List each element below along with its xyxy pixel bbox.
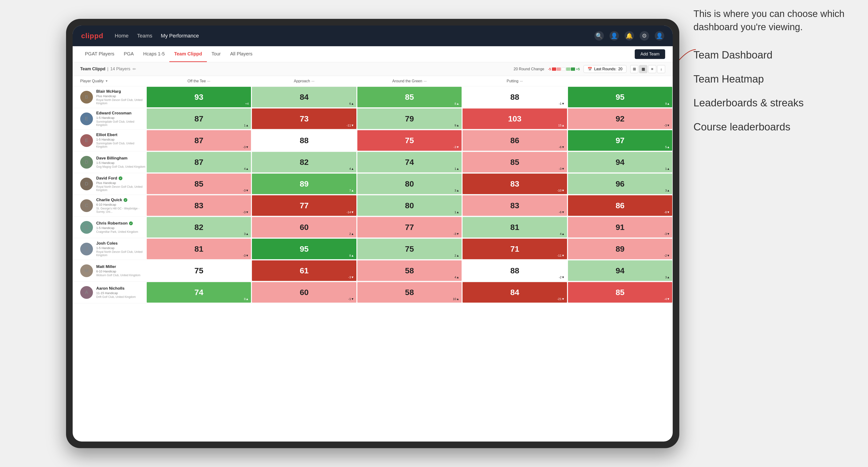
settings-icon[interactable]: ⚙ [640,31,649,40]
score-cell-8-4: 943▲ [567,260,673,281]
score-change: 4▲ [560,232,564,236]
score-cell-4-4: 963▲ [567,173,673,195]
score-change: 15▲ [558,124,564,127]
score-cell-3-0: 874▲ [146,151,251,173]
player-info-0[interactable]: BBlair McHargPlus HandicapRoyal North De… [80,89,146,105]
score-cell-9-0: 748▲ [146,282,251,303]
score-inner: 83-3▼ [147,195,251,216]
profile-icon[interactable]: 👤 [610,31,619,40]
player-info-9[interactable]: AAaron Nicholls11-15 HandicapDrift Golf … [80,286,146,299]
score-cell-1-2: 799▲ [357,108,462,129]
player-club: Royal North Devon Golf Club, United King… [96,185,146,192]
score-change: 4▲ [244,167,249,170]
score-value: 85 [194,179,203,188]
player-handicap: 6-10 Handicap [96,203,146,206]
score-cell-5-2: 801▲ [357,195,462,216]
score-change: 2▲ [455,254,459,257]
score-cell-1-0: 871▲ [146,108,251,129]
avatar: A [80,286,93,299]
nav-link-teams[interactable]: Teams [137,33,152,39]
player-info-5[interactable]: CCharlie Quick✓6-10 HandicapSt. George's… [80,198,146,214]
score-value: 87 [194,158,203,167]
score-cell-5-0: 83-3▼ [146,195,251,216]
col-header-putting[interactable]: Putting — [462,79,567,83]
score-value: 71 [510,244,519,253]
player-details: Matt Miller6-10 HandicapWoburn Golf Club… [96,264,140,277]
grid-view-button[interactable]: ⊞ [630,65,638,73]
player-info-4[interactable]: DDavid Ford✓Plus HandicapRoyal North Dev… [80,176,146,192]
score-change: 1▲ [244,124,249,127]
score-inner: 803▲ [357,174,462,194]
sub-nav-pga[interactable]: PGA [119,46,138,62]
search-icon[interactable]: 🔍 [594,31,604,40]
heatmap-pos: +5 [576,67,580,71]
score-change: -3▼ [664,124,670,127]
edit-team-icon[interactable]: ✏ [132,66,136,72]
team-bar: Team Clippd | 14 Players ✏ 20 Round Chan… [73,62,673,76]
sub-nav-pgat[interactable]: PGAT Players [80,46,119,62]
col-header-approach[interactable]: Approach — [251,79,356,83]
avatar: C [80,199,93,212]
last-rounds-button[interactable]: 📅 Last Rounds: 20 [584,65,626,73]
player-info-8[interactable]: MMatt Miller6-10 HandicapWoburn Golf Clu… [80,264,146,277]
player-details: David Ford✓Plus HandicapRoyal North Devo… [96,176,146,192]
score-inner: 5810▲ [357,282,462,303]
player-handicap: Plus Handicap [96,181,146,185]
player-club: Royal North Devon Golf Club, United King… [96,98,146,105]
score-change: -3▼ [348,276,354,279]
score-value: 73 [300,114,309,123]
score-value: 86 [616,201,625,210]
score-change: -2▼ [664,254,670,257]
score-inner: 75-3▼ [357,130,462,151]
score-inner: 871▲ [147,108,251,129]
score-change: -3▼ [243,189,249,192]
score-change: 9▲ [665,102,670,105]
score-change: 1▲ [455,167,459,170]
nav-link-my-performance[interactable]: My Performance [161,33,199,39]
user-avatar[interactable]: 👤 [655,31,664,40]
heatmap-view-button[interactable]: ▦ [639,65,647,73]
tablet-frame: clippd Home Teams My Performance 🔍 👤 🔔 ⚙… [66,19,679,448]
score-cell-9-4: 85-4▼ [567,282,673,303]
player-info-6[interactable]: CChris Robertson✓1-5 HandicapCraigmillar… [80,221,146,234]
score-change: 5▲ [665,145,670,149]
player-row: EElliot Ebert1-5 HandicapSunningdale Gol… [73,130,673,151]
col-header-player[interactable]: Player Quality ▼ [80,79,146,83]
score-inner: 91-3▼ [568,217,672,238]
score-change: 2▲ [349,232,354,236]
score-change: 3▲ [665,189,670,192]
player-club: Craigmillar Park, United Kingdom [96,230,138,234]
add-team-button[interactable]: Add Team [635,49,665,59]
score-change: -3▼ [664,232,670,236]
nav-link-home[interactable]: Home [115,33,129,39]
score-value: 88 [510,266,519,275]
sub-nav-hcaps[interactable]: Hcaps 1-5 [138,46,169,62]
score-change: 1▲ [455,210,459,214]
player-row: MMatt Miller6-10 HandicapWoburn Golf Clu… [73,260,673,282]
player-info-2[interactable]: EElliot Ebert1-5 HandicapSunningdale Gol… [80,132,146,148]
player-row: BBlair McHargPlus HandicapRoyal North De… [73,86,673,108]
player-info-7[interactable]: JJosh Coles1-5 HandicapRoyal North Devon… [80,241,146,257]
score-inner: 83-6▼ [463,195,567,216]
sub-nav-tour[interactable]: Tour [207,46,225,62]
player-details: Chris Robertson✓1-5 HandicapCraigmillar … [96,221,138,234]
sub-nav-team-clippd[interactable]: Team Clippd [169,46,207,62]
notifications-icon[interactable]: 🔔 [625,31,634,40]
score-cell-6-2: 77-3▼ [357,217,462,238]
list-view-button[interactable]: ≡ [648,65,656,73]
score-change: -3▼ [243,145,249,149]
player-info-3[interactable]: DDave Billingham1-5 HandicapGog Magog Go… [80,156,146,168]
score-change: -21▼ [557,297,565,301]
score-inner: 858▲ [357,87,462,107]
col-header-tee[interactable]: Off the Tee — [146,79,251,83]
player-handicap: 1-5 Handicap [96,116,146,120]
player-name: Blair McHarg [96,89,146,94]
download-button[interactable]: ↓ [657,65,665,73]
player-info-1[interactable]: EEdward Crossman1-5 HandicapSunningdale … [80,111,146,127]
col-header-around[interactable]: Around the Green — [357,79,462,83]
player-details: Charlie Quick✓6-10 HandicapSt. George's … [96,198,146,214]
score-value: 80 [405,201,414,210]
player-row: AAaron Nicholls11-15 HandicapDrift Golf … [73,282,673,303]
sub-nav-all-players[interactable]: All Players [225,46,257,62]
score-cell-3-2: 741▲ [357,151,462,173]
